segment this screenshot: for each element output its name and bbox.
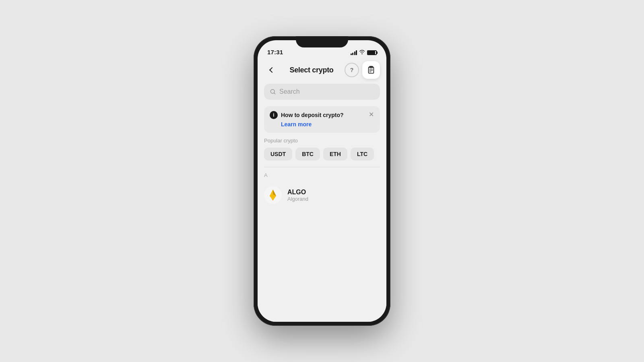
back-chevron-icon [269, 67, 275, 73]
learn-more-link[interactable]: Learn more [281, 121, 312, 128]
algo-logo-svg [266, 188, 280, 202]
alpha-section-label: A [258, 167, 386, 181]
notch [296, 36, 348, 47]
phone-frame: 17:31 [254, 36, 390, 326]
popular-crypto-label: Popular crypto [258, 138, 386, 148]
crypto-chips-container: USDT BTC ETH LTC [258, 148, 386, 167]
banner-header: i How to deposit crypto? [270, 111, 374, 119]
algo-symbol: ALGO [287, 189, 308, 196]
search-icon [270, 88, 276, 95]
phone-screen: 17:31 [258, 40, 386, 322]
search-bar[interactable]: Search [264, 84, 380, 100]
search-placeholder: Search [279, 88, 300, 95]
search-container: Search [258, 84, 386, 105]
clipboard-button[interactable] [362, 61, 380, 79]
header-actions: ? [345, 61, 380, 79]
info-banner: i How to deposit crypto? Learn more ✕ [264, 106, 380, 133]
algo-logo [264, 186, 282, 204]
signal-icon [351, 50, 357, 55]
info-circle-text: i [273, 112, 274, 118]
status-icons [351, 50, 377, 56]
chip-usdt[interactable]: USDT [264, 148, 292, 160]
help-icon: ? [350, 67, 354, 73]
coin-item-algo[interactable]: ALGO Algorand [258, 181, 386, 209]
chip-eth[interactable]: ETH [323, 148, 347, 160]
app-content: Select crypto ? [258, 58, 386, 322]
banner-close-button[interactable]: ✕ [367, 110, 375, 118]
wifi-icon [359, 50, 365, 56]
status-time: 17:31 [267, 49, 283, 56]
clipboard-icon [367, 66, 376, 74]
chip-btc[interactable]: BTC [295, 148, 320, 160]
help-button[interactable]: ? [345, 63, 359, 77]
algo-info: ALGO Algorand [287, 189, 308, 202]
algo-fullname: Algorand [287, 196, 308, 202]
chip-ltc[interactable]: LTC [351, 148, 374, 160]
back-button[interactable] [264, 63, 279, 77]
banner-title: How to deposit crypto? [281, 112, 344, 118]
page-header: Select crypto ? [258, 58, 386, 84]
battery-icon [367, 50, 377, 55]
page-title: Select crypto [289, 66, 333, 74]
info-circle-icon: i [270, 111, 278, 119]
